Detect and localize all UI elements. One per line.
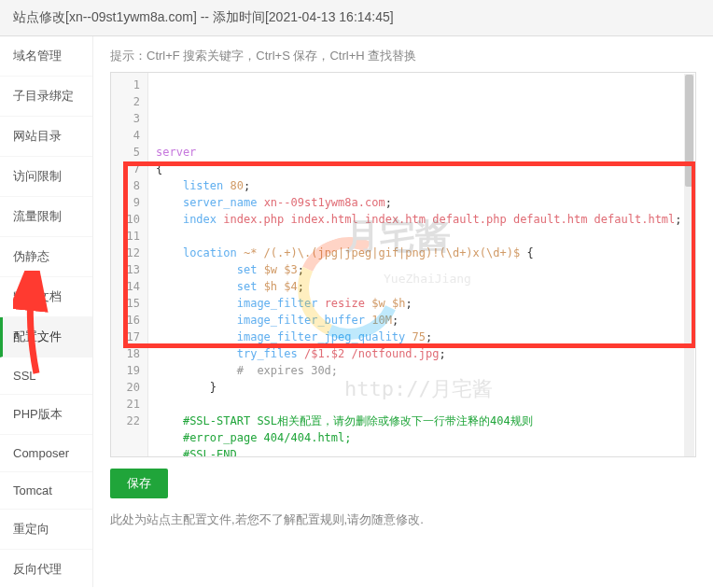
sidebar-item-9[interactable]: PHP版本 (0, 395, 92, 435)
code-line-7[interactable] (156, 228, 688, 245)
code-line-20[interactable]: #SSL-END (156, 446, 688, 456)
sidebar-item-7[interactable]: 配置文件 (0, 317, 92, 357)
code-line-15[interactable]: # expires 30d; (156, 362, 688, 379)
code-line-1[interactable]: server (156, 144, 688, 161)
code-line-3[interactable]: listen 80; (156, 177, 688, 194)
code-area[interactable]: 月宅酱 YueZhaiJiang http://月宅酱 server{ list… (148, 73, 695, 456)
sidebar: 域名管理子目录绑定网站目录访问限制流量限制伪静态默认文档配置文件SSLPHP版本… (0, 36, 93, 587)
code-line-12[interactable]: image_filter_buffer 10M; (156, 312, 688, 329)
sidebar-item-1[interactable]: 子目录绑定 (0, 77, 92, 117)
hint-text: 提示：Ctrl+F 搜索关键字，Ctrl+S 保存，Ctrl+H 查找替换 (110, 48, 696, 64)
code-line-11[interactable]: image_filter resize $w $h; (156, 295, 688, 312)
sidebar-item-13[interactable]: 反向代理 (0, 550, 92, 588)
dialog-title: 站点修改[xn--09st1ywm8a.com] -- 添加时间[2021-04… (0, 0, 713, 36)
code-line-10[interactable]: set $h $4; (156, 278, 688, 295)
sidebar-item-8[interactable]: SSL (0, 357, 92, 395)
code-editor[interactable]: 1234578910111213141516171819202122 月宅酱 Y… (110, 72, 696, 457)
main-container: 域名管理子目录绑定网站目录访问限制流量限制伪静态默认文档配置文件SSLPHP版本… (0, 36, 713, 587)
code-line-8[interactable]: location ~* /(.+)\.(jpg|jpeg|gif|png)!(\… (156, 245, 688, 261)
code-line-17[interactable] (156, 396, 688, 413)
code-line-2[interactable]: { (156, 161, 688, 177)
sidebar-item-12[interactable]: 重定向 (0, 510, 92, 550)
footer-note: 此处为站点主配置文件,若您不了解配置规则,请勿随意修改. (110, 511, 696, 528)
code-line-13[interactable]: image_filter_jpeg_quality 75; (156, 329, 688, 345)
sidebar-item-0[interactable]: 域名管理 (0, 36, 92, 77)
line-gutter: 1234578910111213141516171819202122 (111, 73, 148, 456)
editor-scrollbar[interactable] (684, 74, 694, 457)
sidebar-item-6[interactable]: 默认文档 (0, 277, 92, 317)
code-line-18[interactable]: #SSL-START SSL相关配置，请勿删除或修改下一行带注释的404规则 (156, 413, 688, 429)
code-line-4[interactable]: server_name xn--09st1ywm8a.com; (156, 194, 688, 211)
main-panel: 提示：Ctrl+F 搜索关键字，Ctrl+S 保存，Ctrl+H 查找替换 12… (93, 36, 713, 587)
code-line-19[interactable]: #error_page 404/404.html; (156, 429, 688, 446)
code-line-16[interactable]: } (156, 379, 688, 396)
sidebar-item-10[interactable]: Composer (0, 435, 92, 472)
code-line-9[interactable]: set $w $3; (156, 261, 688, 278)
sidebar-item-2[interactable]: 网站目录 (0, 117, 92, 157)
save-button[interactable]: 保存 (110, 469, 168, 498)
code-line-14[interactable]: try_files /$1.$2 /notfound.jpg; (156, 345, 688, 362)
code-line-5[interactable]: index index.php index.html index.htm def… (156, 211, 688, 228)
sidebar-item-5[interactable]: 伪静态 (0, 237, 92, 277)
sidebar-item-11[interactable]: Tomcat (0, 472, 92, 510)
scroll-thumb[interactable] (685, 75, 693, 187)
sidebar-item-3[interactable]: 访问限制 (0, 157, 92, 197)
sidebar-item-4[interactable]: 流量限制 (0, 197, 92, 237)
